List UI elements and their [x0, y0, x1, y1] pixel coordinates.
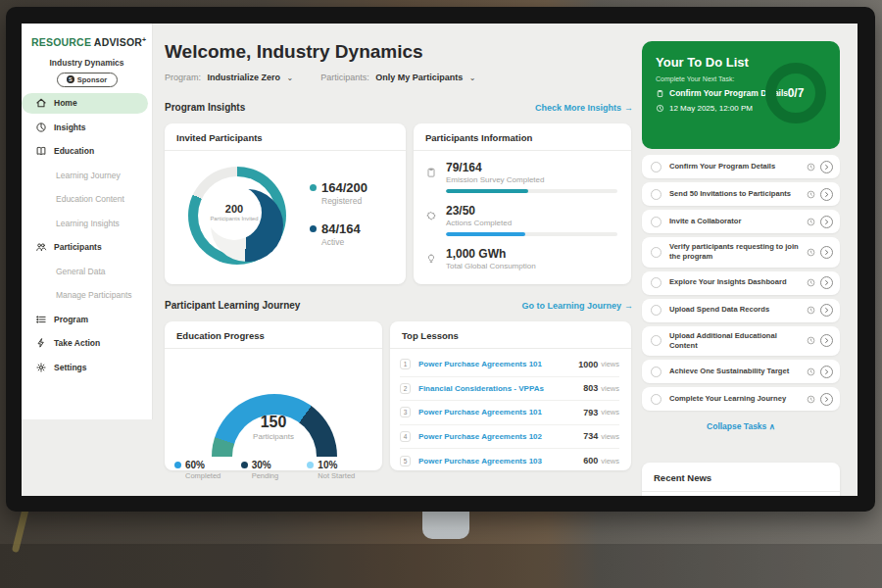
lesson-link[interactable]: Power Purchase Agreements 101	[418, 408, 583, 416]
gear-icon	[35, 362, 47, 373]
task-open-button[interactable]	[820, 216, 833, 228]
task-send-invitations[interactable]: Send 50 Invitations to Participants	[642, 182, 840, 206]
sponsor-badge[interactable]: S Sponsor	[57, 73, 118, 87]
todo-summary-card: Your To Do List Complete Your Next Task:…	[642, 41, 840, 149]
recent-news-card: Recent News	[642, 463, 840, 496]
task-complete-learning-journey[interactable]: Complete Your Learning Journey	[642, 387, 840, 411]
clock-icon	[807, 248, 815, 257]
legend-dot	[310, 184, 317, 191]
top-lessons-card: Top Lessons 1 Power Purchase Agreements …	[390, 321, 631, 470]
consumption-row: 1,000 GWh Total Global Consumption	[425, 247, 617, 270]
sidebar-item-take-action[interactable]: Take Action	[22, 333, 152, 354]
task-open-button[interactable]	[820, 188, 833, 201]
sidebar-nav: Home Insights Education Learning Journey…	[22, 93, 152, 378]
task-confirm-program-details[interactable]: Confirm Your Program Details	[642, 155, 840, 178]
sidebar-item-settings[interactable]: Settings	[22, 357, 152, 377]
recent-news-title: Recent News	[642, 463, 840, 492]
clock-icon	[807, 336, 815, 345]
survey-icon	[425, 161, 438, 193]
checkbox[interactable]	[651, 277, 662, 288]
emission-survey-row: 79/164 Emission Survey Completed	[425, 161, 617, 193]
chevron-down-icon: ⌄	[469, 74, 476, 82]
rank-badge: 3	[400, 407, 411, 417]
task-verify-participants[interactable]: Verify participants requesting to join t…	[642, 237, 840, 268]
legend-item-pending: 30% Pending	[241, 460, 307, 480]
rank-badge: 5	[400, 456, 411, 466]
section-title: Participant Learning Journey	[165, 300, 300, 311]
actions-icon	[425, 204, 438, 236]
collapse-tasks-link[interactable]: Collapse Tasks ∧	[642, 421, 840, 431]
clipboard-icon	[656, 89, 664, 98]
sidebar-item-education[interactable]: Education	[22, 141, 152, 162]
gauge-center-value: 150	[165, 414, 382, 431]
gauge-legend: 60% Completed 30% Pending 10% Not Starte…	[174, 460, 372, 480]
task-open-button[interactable]	[820, 393, 833, 406]
go-to-learning-journey-link[interactable]: Go to Learning Journey→	[521, 301, 633, 311]
dashboard-screen: RESOURCE ADVISOR+ Industry Dynamics S Sp…	[22, 24, 858, 496]
lesson-row: 1 Power Purchase Agreements 101 1000 vie…	[400, 353, 619, 377]
task-upload-spend-data[interactable]: Upload Spend Data Records	[642, 299, 840, 322]
sidebar-item-learning-insights[interactable]: Learning Insights	[22, 213, 152, 233]
legend-dot	[307, 462, 314, 468]
invited-participants-card: Invited Participants 200 Participants In…	[165, 123, 406, 284]
task-open-button[interactable]	[820, 334, 833, 347]
clock-icon	[807, 190, 815, 199]
list-icon	[35, 314, 47, 325]
book-icon	[35, 145, 47, 157]
task-open-button[interactable]	[820, 304, 833, 317]
todo-panel: Your To Do List Complete Your Next Task:…	[642, 24, 840, 496]
task-open-button[interactable]	[820, 366, 833, 378]
legend-item-completed: 60% Completed	[174, 460, 240, 480]
check-more-insights-link[interactable]: Check More Insights→	[535, 103, 633, 113]
sidebar: RESOURCE ADVISOR+ Industry Dynamics S Sp…	[22, 24, 153, 419]
legend-item-not-started: 10% Not Started	[307, 460, 372, 480]
checkbox[interactable]	[651, 217, 662, 227]
bar-fill	[446, 232, 525, 236]
lesson-link[interactable]: Power Purchase Agreements 101	[418, 360, 578, 368]
lessons-list: 1 Power Purchase Agreements 101 1000 vie…	[390, 349, 631, 473]
participants-filter[interactable]: Participants: Only My Participants ⌄	[320, 73, 475, 82]
sidebar-item-learning-journey[interactable]: Learning Journey	[22, 165, 152, 185]
program-insights-header: Program Insights Check More Insights→	[165, 102, 633, 113]
clock-icon	[807, 218, 815, 226]
task-achieve-sustainability-target[interactable]: Achieve One Sustainability Target	[642, 360, 840, 383]
task-open-button[interactable]	[820, 246, 833, 259]
sidebar-item-education-content[interactable]: Education Content	[22, 189, 152, 210]
program-filter[interactable]: Program: Industrialize Zero ⌄	[165, 73, 293, 82]
actions-completed-row: 23/50 Actions Completed	[425, 204, 617, 236]
checkbox[interactable]	[651, 394, 662, 405]
sidebar-item-program[interactable]: Program	[22, 309, 152, 329]
legend-item-active: 84/164 Active	[310, 221, 368, 247]
sidebar-item-general-data[interactable]: General Data	[22, 261, 152, 281]
task-explore-insights[interactable]: Explore Your Insights Dashboard	[642, 271, 840, 295]
lesson-row: 2 Financial Considerations - VPPAs 803 v…	[400, 377, 619, 402]
task-invite-collaborator[interactable]: Invite a Collaborator	[642, 210, 840, 233]
card-title: Education Progress	[165, 321, 382, 349]
checkbox[interactable]	[651, 305, 662, 316]
checkbox[interactable]	[651, 247, 662, 258]
app-logo: RESOURCE ADVISOR+	[22, 24, 152, 50]
checkbox[interactable]	[651, 367, 662, 377]
lesson-row: 5 Power Purchase Agreements 103 600 view…	[400, 449, 619, 473]
rank-badge: 4	[400, 431, 411, 442]
task-upload-educational-content[interactable]: Upload Additional Educational Content	[642, 326, 840, 357]
sidebar-item-home[interactable]: Home	[22, 93, 148, 114]
donut-center-value: 200	[225, 203, 243, 215]
donut-legend: 164/200 Registered 84/164 Active	[310, 180, 368, 263]
lesson-link[interactable]: Power Purchase Agreements 102	[418, 432, 583, 441]
rank-badge: 1	[400, 359, 411, 369]
sidebar-item-insights[interactable]: Insights	[22, 117, 152, 137]
checkbox[interactable]	[651, 335, 662, 346]
clock-icon	[656, 104, 664, 113]
sidebar-item-participants[interactable]: Participants	[22, 237, 152, 258]
checkbox[interactable]	[651, 162, 662, 172]
clock-icon	[807, 395, 815, 404]
task-open-button[interactable]	[820, 161, 833, 173]
donut-center-label: Participants Invited	[211, 216, 259, 222]
lesson-link[interactable]: Financial Considerations - VPPAs	[418, 384, 583, 393]
chevron-down-icon: ⌄	[287, 74, 294, 82]
lesson-link[interactable]: Power Purchase Agreements 103	[418, 457, 583, 466]
checkbox[interactable]	[651, 189, 662, 200]
task-open-button[interactable]	[820, 276, 833, 289]
sidebar-item-manage-participants[interactable]: Manage Participants	[22, 285, 152, 306]
